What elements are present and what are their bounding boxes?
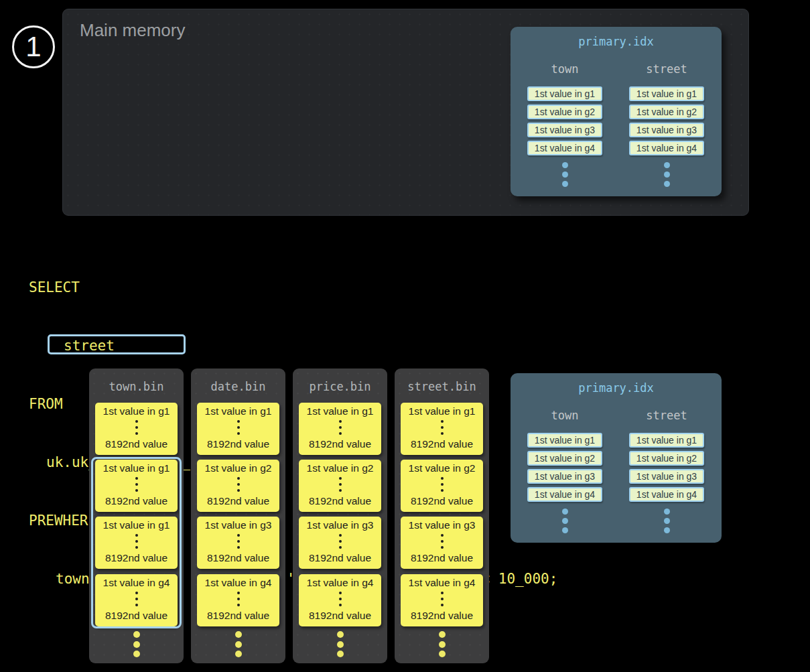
bin-file-title: street.bin — [395, 380, 489, 393]
ellipsis-dots-icon — [441, 534, 444, 537]
ellipsis-dots-icon — [339, 477, 342, 480]
more-granules-dots-icon — [439, 631, 446, 638]
ellipsis-dots-icon — [441, 420, 444, 423]
more-entries-dots-icon — [664, 162, 670, 168]
ellipsis-dots-icon — [237, 477, 240, 480]
granule-block: 1st value in g3 8192nd value — [401, 517, 483, 569]
granule-block: 1st value in g1 8192nd value — [299, 403, 381, 455]
ellipsis-dots-icon — [237, 592, 240, 594]
town-bin-selected-granules-box — [91, 457, 182, 628]
bin-column-street: street.bin 1st value in g1 8192nd value … — [395, 368, 489, 663]
ellipsis-dots-icon — [441, 477, 444, 480]
more-entries-dots-icon — [562, 509, 568, 515]
granule-last-value: 8192nd value — [309, 610, 371, 622]
granule-last-value: 8192nd value — [207, 438, 269, 450]
idx-entry-street-g1: 1st value in g1 — [629, 86, 704, 101]
granule-first-value: 1st value in g2 — [205, 462, 272, 474]
granule-first-value: 1st value in g3 — [307, 519, 374, 531]
primary-idx-title: primary.idx — [511, 35, 722, 48]
idx-entry-town-g3: 1st value in g3 — [527, 123, 602, 137]
granule-block: 1st value in g4 8192nd value — [299, 574, 381, 626]
idx-entry-street-g3: 1st value in g3 — [629, 469, 704, 484]
granule-last-value: 8192nd value — [207, 552, 269, 564]
granule-last-value: 8192nd value — [411, 495, 473, 507]
granule-last-value: 8192nd value — [309, 552, 371, 564]
granule-first-value: 1st value in g1 — [409, 405, 476, 417]
more-granules-dots-icon — [235, 631, 242, 638]
bin-file-title: price.bin — [293, 380, 387, 393]
primary-idx-panel-memory: primary.idx town 1st value in g1 1st val… — [511, 27, 722, 196]
idx-town-column: town 1st value in g1 1st value in g2 1st… — [527, 62, 602, 168]
idx-column-header-town: town — [527, 408, 602, 423]
idx-entry-town-g1: 1st value in g1 — [527, 433, 602, 448]
more-entries-dots-icon — [562, 162, 568, 168]
granule-last-value: 8192nd value — [411, 438, 473, 450]
ellipsis-dots-icon — [237, 534, 240, 537]
granule-block: 1st value in g1 8192nd value — [401, 403, 483, 455]
granule-first-value: 1st value in g1 — [307, 405, 374, 417]
bin-file-title: date.bin — [191, 380, 285, 393]
granule-first-value: 1st value in g2 — [409, 462, 476, 474]
prewhere-town-highlight-box — [48, 334, 186, 354]
ellipsis-dots-icon — [135, 420, 138, 423]
idx-entry-street-g4: 1st value in g4 — [629, 141, 704, 155]
idx-entry-town-g2: 1st value in g2 — [527, 451, 602, 466]
granule-block: 1st value in g3 8192nd value — [299, 517, 381, 569]
granule-block: 1st value in g3 8192nd value — [197, 517, 279, 569]
ellipsis-dots-icon — [339, 534, 342, 537]
granule-block: 1st value in g1 8192nd value — [95, 403, 178, 455]
idx-entry-street-g4: 1st value in g4 — [629, 487, 704, 502]
idx-entry-street-g1: 1st value in g1 — [629, 433, 704, 448]
idx-town-column: town 1st value in g1 1st value in g2 1st… — [527, 408, 602, 515]
more-granules-dots-icon — [133, 631, 140, 638]
more-granules-dots-icon — [337, 631, 344, 638]
granule-last-value: 8192nd value — [309, 495, 371, 507]
granule-first-value: 1st value in g4 — [409, 577, 476, 589]
granule-block: 1st value in g4 8192nd value — [401, 574, 483, 626]
granule-last-value: 8192nd value — [309, 438, 371, 450]
idx-entry-town-g1: 1st value in g1 — [527, 86, 602, 101]
granule-block: 1st value in g1 8192nd value — [197, 403, 279, 455]
primary-idx-title: primary.idx — [511, 381, 722, 395]
granule-last-value: 8192nd value — [411, 610, 473, 622]
granule-first-value: 1st value in g1 — [205, 405, 272, 417]
bin-file-title: town.bin — [89, 380, 184, 393]
idx-entry-street-g2: 1st value in g2 — [629, 105, 704, 119]
granule-first-value: 1st value in g1 — [103, 405, 170, 417]
granule-block: 1st value in g2 8192nd value — [401, 460, 483, 512]
main-memory-title: Main memory — [80, 20, 185, 41]
granule-last-value: 8192nd value — [207, 610, 269, 622]
granule-first-value: 1st value in g4 — [205, 577, 272, 589]
idx-column-header-town: town — [527, 62, 602, 76]
idx-entry-town-g4: 1st value in g4 — [527, 487, 602, 502]
sql-select-keyword: SELECT — [29, 278, 557, 297]
ellipsis-dots-icon — [237, 420, 240, 423]
idx-entry-town-g4: 1st value in g4 — [527, 141, 602, 155]
granule-last-value: 8192nd value — [105, 438, 167, 450]
bin-column-date: date.bin 1st value in g1 8192nd value 1s… — [191, 368, 285, 663]
ellipsis-dots-icon — [339, 420, 342, 423]
ellipsis-dots-icon — [339, 592, 342, 594]
primary-idx-panel-disk: primary.idx town 1st value in g1 1st val… — [511, 373, 722, 543]
idx-entry-street-g3: 1st value in g3 — [629, 123, 704, 137]
granule-first-value: 1st value in g3 — [205, 519, 272, 531]
granule-first-value: 1st value in g2 — [307, 462, 374, 474]
granule-block: 1st value in g4 8192nd value — [197, 574, 279, 626]
granule-last-value: 8192nd value — [411, 552, 473, 564]
idx-column-header-street: street — [629, 62, 704, 76]
idx-street-column: street 1st value in g1 1st value in g2 1… — [629, 408, 704, 515]
idx-entry-town-g2: 1st value in g2 — [527, 105, 602, 119]
idx-entry-town-g3: 1st value in g3 — [527, 469, 602, 484]
granule-first-value: 1st value in g4 — [307, 577, 374, 589]
step-number: 1 — [25, 31, 41, 63]
granule-last-value: 8192nd value — [207, 495, 269, 507]
granule-block: 1st value in g2 8192nd value — [299, 460, 381, 512]
idx-street-column: street 1st value in g1 1st value in g2 1… — [629, 62, 704, 168]
granule-first-value: 1st value in g3 — [409, 519, 476, 531]
granule-block: 1st value in g2 8192nd value — [197, 460, 279, 512]
idx-column-header-street: street — [629, 408, 704, 423]
more-entries-dots-icon — [664, 509, 670, 515]
ellipsis-dots-icon — [441, 592, 444, 594]
bin-column-price: price.bin 1st value in g1 8192nd value 1… — [293, 368, 387, 663]
idx-entry-street-g2: 1st value in g2 — [629, 451, 704, 466]
